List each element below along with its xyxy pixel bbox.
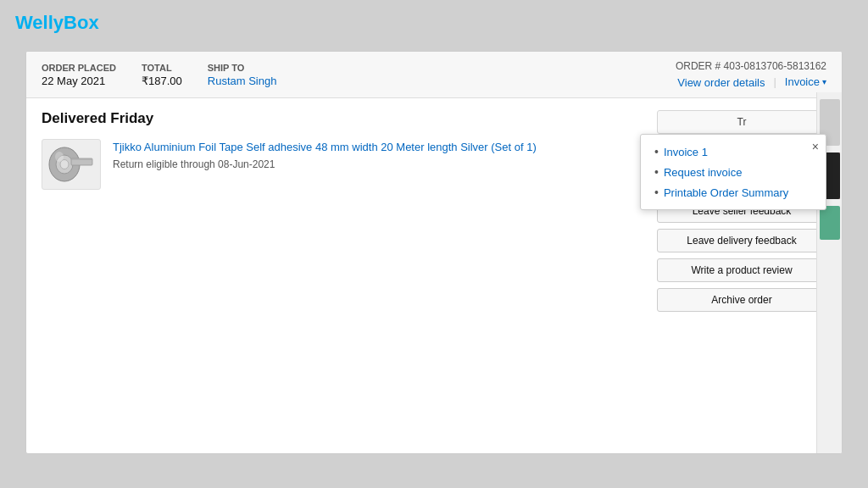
right-thumb-3 (820, 206, 840, 240)
track-package-button[interactable]: Tr (657, 110, 826, 134)
invoice-dropdown-button[interactable]: Invoice (785, 75, 826, 88)
order-header-actions: View order details | Invoice (677, 75, 826, 89)
order-header-right: ORDER # 403-0813706-5813162 View order d… (676, 60, 826, 89)
separator: | (773, 75, 776, 88)
order-header: ORDER PLACED 22 May 2021 TOTAL ₹187.00 S… (26, 52, 842, 98)
order-body: Delivered Friday Tjikko Aluminium (26, 98, 842, 202)
bullet-icon-3: • (654, 186, 659, 199)
svg-point-5 (55, 152, 64, 162)
order-placed-date: 22 May 2021 (42, 75, 116, 87)
total-value: ₹187.00 (142, 75, 182, 87)
printable-summary-link[interactable]: Printable Order Summary (664, 186, 788, 199)
product-image (42, 139, 101, 190)
wellybox-logo: WellyBox (15, 12, 99, 34)
product-title-link[interactable]: Tjikko Aluminium Foil Tape Self adhesive… (113, 141, 537, 153)
invoice1-link[interactable]: Invoice 1 (664, 146, 708, 158)
view-order-details-link[interactable]: View order details (677, 76, 765, 89)
total-label: TOTAL (142, 63, 182, 73)
shipto-section: SHIP TO Rustam Singh (208, 63, 277, 87)
invoice1-item: • Invoice 1 (654, 145, 812, 158)
request-invoice-item: • Request invoice (654, 165, 812, 179)
request-invoice-link[interactable]: Request invoice (664, 166, 743, 179)
order-placed-section: ORDER PLACED 22 May 2021 (42, 63, 116, 87)
order-placed-label: ORDER PLACED (42, 63, 116, 73)
bullet-icon-2: • (654, 165, 659, 179)
printable-summary-item: • Printable Order Summary (654, 186, 812, 199)
shipto-value[interactable]: Rustam Singh (208, 75, 277, 87)
dropdown-close-button[interactable]: × (812, 140, 819, 153)
order-number: ORDER # 403-0813706-5813162 (676, 60, 826, 72)
svg-rect-4 (71, 158, 92, 160)
order-card: ORDER PLACED 22 May 2021 TOTAL ₹187.00 S… (25, 51, 843, 454)
write-product-review-button[interactable]: Write a product review (657, 258, 826, 282)
leave-delivery-feedback-button[interactable]: Leave delivery feedback (657, 229, 826, 252)
order-total-section: TOTAL ₹187.00 (142, 63, 182, 87)
archive-order-button[interactable]: Archive order (657, 288, 826, 312)
shipto-label: SHIP TO (208, 63, 277, 73)
invoice-dropdown: × • Invoice 1 • Request invoice • Printa… (640, 134, 826, 210)
bullet-icon: • (654, 145, 659, 158)
